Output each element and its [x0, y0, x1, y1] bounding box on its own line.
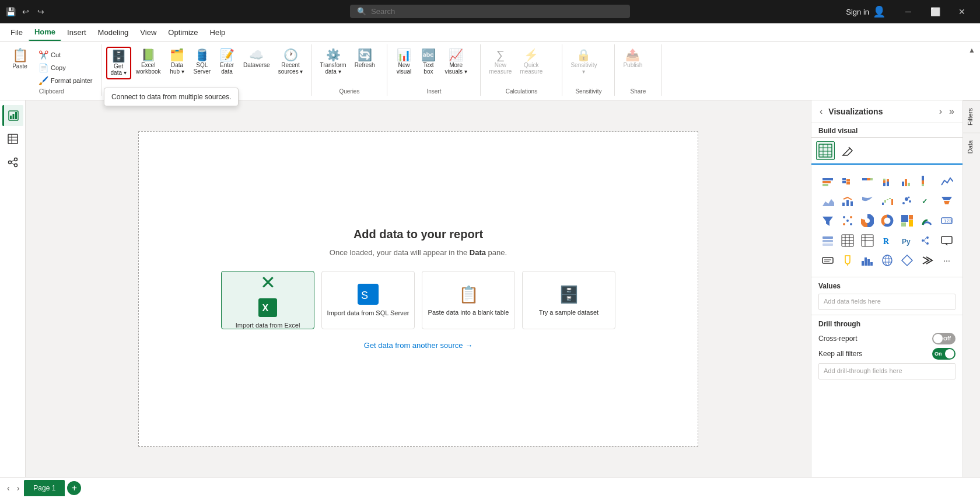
enter-data-button[interactable]: 📝 Enterdata: [215, 47, 239, 77]
viz-stacked-col[interactable]: [878, 172, 897, 190]
new-visual-button[interactable]: 📊 Newvisual: [392, 47, 415, 77]
panel-next-button[interactable]: ›: [938, 105, 943, 118]
viz-grid: ✓ 123 R Py: [814, 167, 960, 274]
text-box-button[interactable]: 🔤 Textbox: [416, 47, 440, 77]
more-visuals-button[interactable]: 📈 Morevisuals ▾: [441, 47, 470, 77]
new-measure-button[interactable]: ∑ Newmeasure: [485, 47, 515, 77]
sign-in-button[interactable]: Sign in 👤: [846, 5, 886, 18]
sql-server-button[interactable]: 🛢️ SQLServer: [190, 47, 214, 77]
drill-fields-drop-zone[interactable]: Add drill-through fields here: [818, 363, 956, 379]
viz-line-col[interactable]: [838, 191, 857, 210]
import-excel-card[interactable]: ✕ X Import data from Excel: [221, 271, 314, 329]
viz-kpi[interactable]: ✓: [918, 191, 936, 210]
redo-icon[interactable]: ↪: [35, 6, 47, 18]
ribbon-collapse-button[interactable]: ▲: [966, 44, 978, 56]
get-data-another-source-link[interactable]: Get data from another source →: [364, 341, 473, 350]
viz-funnel[interactable]: [937, 191, 956, 210]
viz-clustered-bar[interactable]: [838, 172, 857, 190]
menu-help[interactable]: Help: [204, 25, 232, 40]
page-prev-button[interactable]: ‹: [5, 481, 12, 495]
menu-modeling[interactable]: Modeling: [92, 25, 135, 40]
cut-button[interactable]: ✂️ Cut: [35, 49, 96, 61]
viz-map2[interactable]: [878, 251, 897, 270]
viz-gauge[interactable]: [918, 211, 936, 230]
filters-side-tab[interactable]: Filters: [963, 100, 980, 133]
minimize-button[interactable]: ─: [895, 0, 922, 23]
viz-donut[interactable]: [878, 211, 897, 230]
viz-clustered-col[interactable]: [898, 172, 916, 190]
viz-py-visual[interactable]: Py: [898, 231, 916, 250]
viz-waterfall[interactable]: [878, 191, 897, 210]
sensitivity-button[interactable]: 🔒 Sensitivity▾: [567, 47, 600, 77]
viz-card[interactable]: 123: [937, 211, 956, 230]
refresh-button[interactable]: 🔄 Refresh: [351, 47, 379, 71]
viz-ribbon-chart[interactable]: [858, 191, 877, 210]
paste-data-card[interactable]: 📋 Paste data into a blank table: [422, 271, 515, 329]
publish-button[interactable]: 📤 Publish: [620, 47, 646, 71]
menu-view[interactable]: View: [134, 25, 162, 40]
menu-home[interactable]: Home: [29, 24, 61, 41]
viz-qa[interactable]: [937, 231, 956, 250]
viz-filter[interactable]: [818, 211, 837, 230]
svg-point-110: [886, 255, 889, 266]
viz-histogram[interactable]: [858, 251, 877, 270]
svg-rect-25: [822, 181, 831, 183]
svg-rect-29: [846, 179, 850, 182]
viz-chevron[interactable]: [918, 251, 936, 270]
panel-prev-button[interactable]: ‹: [818, 105, 824, 118]
keep-filters-toggle[interactable]: On: [932, 348, 956, 360]
transform-icon: ⚙️: [326, 49, 341, 61]
save-icon[interactable]: 💾: [5, 6, 16, 18]
viz-more-options[interactable]: ···: [937, 251, 956, 270]
values-drop-zone[interactable]: Add data fields here: [818, 294, 956, 310]
sidebar-report-view[interactable]: [2, 105, 23, 126]
paste-button[interactable]: 📋 Paste: [7, 47, 33, 72]
format-painter-button[interactable]: 🖌️ Format painter: [35, 75, 96, 86]
viz-diamond[interactable]: [898, 251, 916, 270]
close-button[interactable]: ✕: [949, 0, 975, 23]
menu-file[interactable]: File: [5, 25, 29, 40]
viz-100-bar[interactable]: [858, 172, 877, 190]
add-page-button[interactable]: +: [67, 481, 81, 495]
page-next-button[interactable]: ›: [15, 481, 22, 495]
viz-100-col[interactable]: [918, 172, 936, 190]
viz-dot-plot[interactable]: [838, 211, 857, 230]
cross-report-toggle[interactable]: Off: [932, 333, 956, 344]
viz-matrix[interactable]: [858, 231, 877, 250]
page-1-tab[interactable]: Page 1: [24, 480, 65, 496]
viz-scatter[interactable]: [898, 191, 916, 210]
viz-r-visual[interactable]: R: [878, 231, 897, 250]
viz-smart-narrative[interactable]: [818, 251, 837, 270]
sidebar-model-view[interactable]: [2, 152, 23, 173]
format-viz-item[interactable]: [838, 141, 857, 160]
viz-pie-chart[interactable]: [858, 211, 877, 230]
data-side-tab[interactable]: Data: [963, 133, 980, 161]
dataverse-button[interactable]: ☁️ Dataverse: [240, 47, 274, 71]
viz-stacked-bar[interactable]: [818, 172, 837, 190]
sql-server-card[interactable]: S Import data from SQL Server: [321, 271, 415, 329]
data-hub-button[interactable]: 🗂️ Datahub ▾: [166, 47, 189, 77]
viz-area-chart[interactable]: [818, 191, 837, 210]
excel-workbook-button[interactable]: 📗 Excelworkbook: [132, 47, 164, 77]
copy-button[interactable]: 📄 Copy: [35, 62, 96, 74]
restore-button[interactable]: ⬜: [922, 0, 949, 23]
quick-measure-button[interactable]: ⚡ Quickmeasure: [516, 47, 546, 77]
undo-icon[interactable]: ↩: [20, 6, 32, 18]
viz-table[interactable]: [838, 231, 857, 250]
get-data-button[interactable]: 🗄️ Getdata ▾: [106, 47, 131, 79]
sidebar-table-view[interactable]: [2, 128, 23, 149]
viz-trophy[interactable]: [838, 251, 857, 270]
transform-data-button[interactable]: ⚙️ Transformdata ▾: [316, 47, 349, 77]
viz-multi-row-card[interactable]: [818, 231, 837, 250]
panel-expand-button[interactable]: »: [948, 105, 956, 118]
search-bar[interactable]: 🔍: [350, 5, 630, 18]
viz-treemap[interactable]: [898, 211, 916, 230]
viz-decomp-tree[interactable]: [918, 231, 936, 250]
recent-sources-button[interactable]: 🕐 Recentsources ▾: [275, 47, 307, 77]
viz-line-chart[interactable]: [937, 172, 956, 190]
table-viz-item[interactable]: [816, 141, 835, 160]
search-input[interactable]: [371, 7, 604, 16]
menu-optimize[interactable]: Optimize: [162, 25, 204, 40]
menu-insert[interactable]: Insert: [61, 25, 92, 40]
sample-dataset-card[interactable]: 🗄️ Try a sample dataset: [522, 271, 615, 329]
